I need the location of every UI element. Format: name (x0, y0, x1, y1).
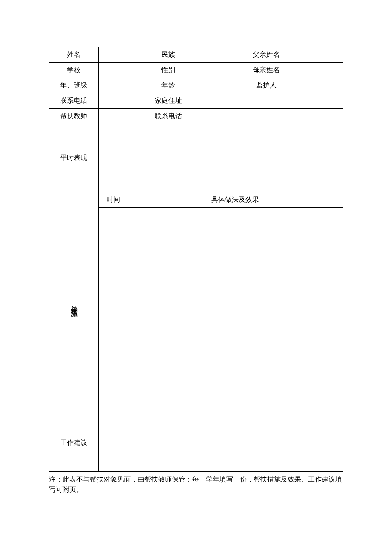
value-ethnicity (187, 47, 240, 63)
measure-time-6 (98, 389, 128, 414)
value-father-name (293, 47, 343, 63)
label-care-support-measures: 关爱帮扶措施 (49, 192, 99, 414)
measure-content-3 (128, 293, 343, 332)
value-gender (187, 63, 240, 78)
label-father-name: 父亲姓名 (240, 47, 293, 63)
label-contact-phone: 联系电话 (49, 93, 99, 109)
value-age (187, 78, 240, 93)
value-support-teacher (98, 109, 149, 124)
label-guardian: 监护人 (240, 78, 293, 93)
measure-content-5 (128, 362, 343, 389)
form-note: 注：此表不与帮扶对象见面，由帮扶教师保管；每一学年填写一份，帮扶措施及效果、工作… (49, 474, 343, 495)
label-ethnicity: 民族 (149, 47, 187, 63)
support-form-table: 姓名 民族 父亲姓名 学校 性别 母亲姓名 年、班级 年龄 监护人 联系电话 家… (49, 47, 343, 472)
value-home-address (187, 93, 343, 109)
value-grade-class (98, 78, 149, 93)
measure-time-1 (98, 208, 128, 250)
measure-content-4 (128, 332, 343, 362)
label-name: 姓名 (49, 47, 99, 63)
label-contact-phone2: 联系电话 (149, 109, 187, 124)
label-time: 时间 (98, 192, 128, 208)
value-usual-performance (98, 124, 343, 192)
value-contact-phone (98, 93, 149, 109)
label-work-suggestion: 工作建议 (49, 414, 99, 472)
value-mother-name (293, 63, 343, 78)
measure-content-6 (128, 389, 343, 414)
label-mother-name: 母亲姓名 (240, 63, 293, 78)
measure-content-2 (128, 250, 343, 293)
label-age: 年龄 (149, 78, 187, 93)
value-guardian (293, 78, 343, 93)
value-work-suggestion (98, 414, 343, 472)
measure-time-2 (98, 250, 128, 293)
measure-time-4 (98, 332, 128, 362)
measure-time-3 (98, 293, 128, 332)
label-school: 学校 (49, 63, 99, 78)
measure-time-5 (98, 362, 128, 389)
label-grade-class: 年、班级 (49, 78, 99, 93)
value-contact-phone2 (187, 109, 343, 124)
value-school (98, 63, 149, 78)
measure-content-1 (128, 208, 343, 250)
value-name (98, 47, 149, 63)
label-home-address: 家庭住址 (149, 93, 187, 109)
label-gender: 性别 (149, 63, 187, 78)
label-practice-effect: 具体做法及效果 (128, 192, 343, 208)
label-usual-performance: 平时表现 (49, 124, 99, 192)
label-support-teacher: 帮扶教师 (49, 109, 99, 124)
